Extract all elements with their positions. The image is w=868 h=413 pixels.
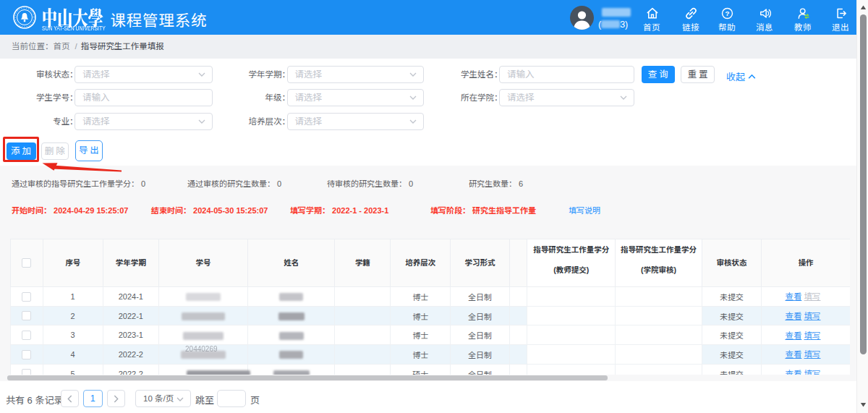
svg-text:?: ? [725, 9, 729, 17]
svg-text:☆: ☆ [17, 10, 19, 12]
